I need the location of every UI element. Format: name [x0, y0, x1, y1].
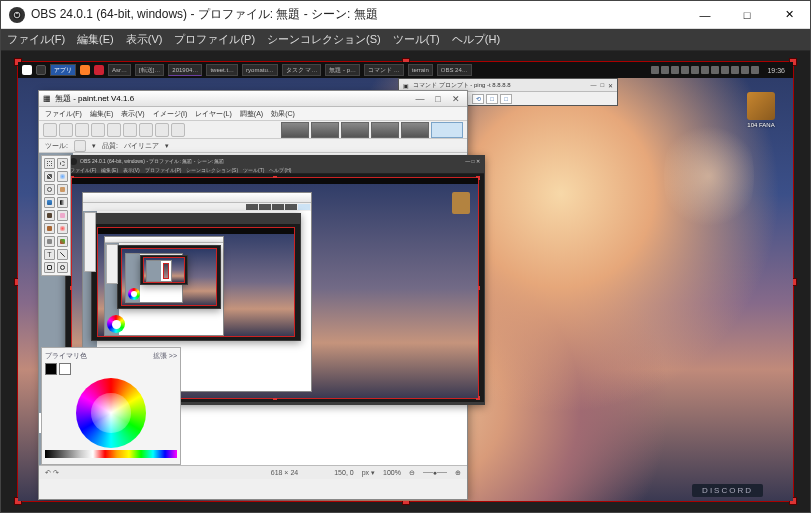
- undo-icon: [155, 123, 169, 137]
- outer-window: OBS 24.0.1 (64-bit, windows) - プロファイル: 無…: [0, 0, 811, 513]
- gradient-icon: [57, 197, 68, 208]
- pdn-app-icon: ▦: [43, 94, 51, 103]
- taskbar-item: アプリ: [50, 64, 76, 76]
- folder-icon: [452, 192, 470, 214]
- cmd-min-icon: —: [590, 82, 596, 88]
- window-title: OBS 24.0.1 (64-bit, windows) - プロファイル: 無…: [31, 6, 684, 23]
- tool-icon: □: [500, 94, 512, 104]
- pdn-max-icon: □: [431, 94, 445, 104]
- desktop-icon: 104 FANA: [741, 92, 781, 128]
- menu-edit[interactable]: 編集(E): [77, 32, 114, 47]
- obs-app-icon: [70, 158, 77, 165]
- paint-bucket-icon: [44, 197, 55, 208]
- menu-file[interactable]: ファイル(F): [7, 32, 65, 47]
- pdn-statusbar: ↶ ↷ 618 × 24 150, 0 px ▾ 100% ⊖ ──●── ⊕: [39, 465, 467, 479]
- nested-title: OBS 24.0.1 (64-bit, windows) - プロファイル: 無…: [80, 158, 224, 164]
- taskbar-item: 無題 - p…: [325, 64, 360, 76]
- cursor-pos: 150, 0: [334, 469, 353, 476]
- maximize-button[interactable]: □: [726, 1, 768, 29]
- color-expand-button: 拡張 >>: [153, 351, 177, 361]
- search-icon: [36, 65, 46, 75]
- zoom-slider-icon: ──●──: [423, 469, 447, 476]
- captured-taskbar: アプリ Asr… [転送]… 201904… tweet.t… ryomatu……: [18, 62, 793, 78]
- pdn-quality-label: 品質:: [102, 141, 118, 151]
- pdn-toolbar-main: [39, 121, 467, 139]
- new-icon: [43, 123, 57, 137]
- taskbar-item: tweet.t…: [206, 64, 238, 76]
- folder-icon: [747, 92, 775, 120]
- nested-menubar: ファイル(F) 編集(E) 表示(V) プロファイル(P) シーンコレクション(…: [66, 166, 484, 174]
- shapes-ellipse-icon: [57, 262, 68, 273]
- preview-area[interactable]: アプリ Asr… [転送]… 201904… tweet.t… ryomatu……: [1, 51, 810, 512]
- pdn-color-panel: プライマリ色 拡張 >>: [41, 347, 181, 465]
- pan-icon: [57, 184, 68, 195]
- pdn-menu-file: ファイル(F): [45, 109, 82, 119]
- start-icon: [22, 65, 32, 75]
- taskbar-item: タスク マ…: [282, 64, 322, 76]
- clone-stamp-icon: [44, 236, 55, 247]
- pdn-toolbox: [41, 155, 71, 276]
- pdn-menu-layer: レイヤー(L): [195, 109, 232, 119]
- taskbar-item: ryomatu…: [242, 64, 278, 76]
- tool-icon: ⟲: [472, 94, 484, 104]
- taskbar-item: terrain: [408, 64, 433, 76]
- menu-help[interactable]: ヘルプ(H): [452, 32, 500, 47]
- taskbar-item: OBS 24…: [437, 64, 472, 76]
- thumb-active: [431, 122, 463, 138]
- nested-pdn-header: [83, 193, 311, 203]
- nested-taskbar: [72, 178, 478, 184]
- shapes-rect-icon: [44, 262, 55, 273]
- taskbar-clock: 19:36: [763, 67, 789, 74]
- discord-overlay: DISCORD: [692, 484, 763, 497]
- paste-icon: [139, 123, 153, 137]
- preview-canvas[interactable]: アプリ Asr… [転送]… 201904… tweet.t… ryomatu……: [17, 61, 794, 502]
- color-picker-icon: [57, 223, 68, 234]
- pdn-menu-view: 表示(V): [121, 109, 144, 119]
- menu-profile[interactable]: プロファイル(P): [174, 32, 255, 47]
- color-palette-strip: [45, 450, 177, 458]
- titlebar[interactable]: OBS 24.0.1 (64-bit, windows) - プロファイル: 無…: [1, 1, 810, 29]
- zoom-icon: [44, 184, 55, 195]
- tool-select-icon: [74, 140, 86, 152]
- obs-app-icon: [9, 7, 25, 23]
- obs-body: ファイル(F) 編集(E) 表示(V) プロファイル(P) シーンコレクション(…: [1, 29, 810, 512]
- history-icon: ↶ ↷: [45, 469, 59, 477]
- zoom-out-icon: ⊖: [409, 469, 415, 477]
- print-icon: [91, 123, 105, 137]
- nested-titlebar: OBS 24.0.1 (64-bit, windows) - プロファイル: 無…: [66, 156, 484, 166]
- thumb: [281, 122, 309, 138]
- pencil-icon: [44, 223, 55, 234]
- magic-wand-icon: [57, 171, 68, 182]
- menu-view[interactable]: 表示(V): [126, 32, 163, 47]
- text-icon: [44, 249, 55, 260]
- menu-scene-collection[interactable]: シーンコレクション(S): [267, 32, 381, 47]
- swatch-secondary: [59, 363, 71, 375]
- taskbar-item: Asr…: [108, 64, 131, 76]
- minimize-button[interactable]: —: [684, 1, 726, 29]
- obs-menubar: ファイル(F) 編集(E) 表示(V) プロファイル(P) シーンコレクション(…: [1, 29, 810, 51]
- color-swatches: [45, 363, 177, 375]
- zoom-in-icon: ⊕: [455, 469, 461, 477]
- pdn-tool-label: ツール:: [45, 141, 68, 151]
- rectangle-select-icon: [44, 158, 55, 169]
- taskbar-item: [94, 65, 104, 75]
- captured-desktop: アプリ Asr… [転送]… 201904… tweet.t… ryomatu……: [18, 62, 793, 501]
- copy-icon: [123, 123, 137, 137]
- pdn-canvas-area: OBS 24.0.1 (64-bit, windows) - プロファイル: 無…: [39, 153, 467, 479]
- cmd-title-text: コマンド プロンプト - ping -t 8.8.8.8: [413, 81, 511, 90]
- redo-icon: [171, 123, 185, 137]
- pdn-quality-value: バイリニア: [124, 141, 159, 151]
- pdn-min-icon: —: [413, 94, 427, 104]
- menu-tools[interactable]: ツール(T): [393, 32, 440, 47]
- close-button[interactable]: ✕: [768, 1, 810, 29]
- cmd-close-icon: ✕: [608, 82, 613, 89]
- unit-dropdown: px ▾: [362, 469, 375, 477]
- zoom-value: 100%: [383, 469, 401, 476]
- color-wheel: [76, 378, 146, 448]
- canvas-size: 618 × 24: [271, 469, 298, 476]
- system-tray: [651, 66, 759, 74]
- pdn-menu-adjust: 調整(A): [240, 109, 263, 119]
- nested-pdn-thumbs: [83, 203, 311, 211]
- thumb: [401, 122, 429, 138]
- nested-toolbox: [84, 212, 96, 272]
